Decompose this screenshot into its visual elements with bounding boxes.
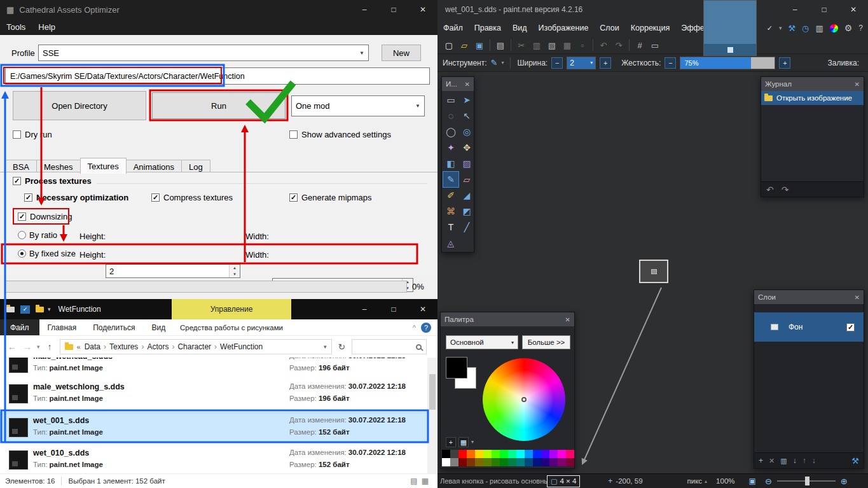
close-icon[interactable]: ✕ [855,294,860,301]
ribbon-collapse-icon[interactable]: ^ [413,324,416,331]
file-row-selected[interactable]: wet_001_s.dds Тип: paint.net Image Дата … [0,412,427,443]
profile-select[interactable]: SSE ▼ [38,45,369,61]
layer-properties-button[interactable]: ⚒ [851,456,859,466]
file-row[interactable]: male_wethead_s.dds Тип: paint.net Image … [0,358,427,379]
compress-textures-checkbox[interactable]: Compress textures [151,193,233,202]
palette-swatch[interactable] [492,458,500,466]
forward-button[interactable]: → [23,342,32,352]
layer-visibility-checkbox[interactable] [846,323,855,331]
primary-color-swatch[interactable] [446,357,467,379]
palette-swatch[interactable] [516,458,525,466]
open-image-thumbnail[interactable] [703,0,757,56]
crop-button[interactable]: ▦ [560,38,575,52]
breadcrumb-bar[interactable]: « DataTexturesActorsCharacterWetFunction… [60,339,332,354]
tool-icon[interactable]: ⌘ [443,204,458,219]
move-layer-down-button[interactable]: ↓ [812,456,816,465]
ribbon-tab-file[interactable]: Файл [0,319,39,335]
menu-item[interactable]: Правка [469,19,507,37]
tool-icon[interactable]: ◧ [443,156,458,171]
cao-tab[interactable]: Textures [80,158,127,174]
dry-run-checkbox[interactable]: Dry run [13,130,52,139]
close-button[interactable]: ✕ [839,0,868,19]
tool-icon[interactable]: ➤ [459,92,474,108]
palette-swatch[interactable] [467,458,475,466]
tool-dropdown-icon[interactable]: ▾ [501,60,504,66]
open-file-button[interactable]: ▱ [457,38,472,52]
palette-swatch[interactable] [541,458,549,466]
menu-help[interactable]: Help [32,22,62,32]
canvas-image[interactable] [639,260,668,283]
layer-row-selected[interactable]: Фон [754,312,864,342]
quick-access-check-icon[interactable]: ✓ [20,305,30,314]
duplicate-layer-button[interactable]: ▥ [780,457,787,465]
tool-icon[interactable]: ✦ [443,140,458,155]
fit-window-icon[interactable]: ▣ [749,477,756,485]
palette-swatch[interactable] [558,458,566,466]
palette-more-button[interactable]: Больше >> [522,335,570,349]
menu-item[interactable]: Коррекция [625,19,675,37]
close-icon[interactable]: ✕ [565,316,570,323]
ribbon-tab-home[interactable]: Главная [39,319,85,335]
help-icon[interactable]: ? [858,24,863,32]
add-layer-button[interactable]: + [759,456,763,465]
undo-button[interactable]: ↶ [596,38,611,52]
zoom-slider-thumb[interactable] [805,477,809,485]
run-button[interactable]: Run [152,92,286,119]
move-layer-up-button[interactable]: ↑ [803,456,806,465]
file-row[interactable]: male_wetschlong_s.dds Тип: paint.net Ima… [0,379,427,410]
ribbon-tab-view[interactable]: Вид [143,319,174,335]
color-wheel[interactable] [483,358,565,441]
ribbon-contextual-tab-manage[interactable]: Управление [172,299,291,319]
palette-swatch[interactable] [566,458,574,466]
path-input[interactable]: E:/Games/Skyrim SE/Data/Textures/Actors/… [5,67,430,85]
palette-swatch[interactable] [458,450,467,458]
close-button[interactable]: ✕ [408,0,437,19]
scrollbar-thumb[interactable] [429,374,436,410]
deselect-button[interactable]: ▫ [575,38,590,52]
palette-swatch[interactable] [525,450,533,458]
tool-icon[interactable]: ↖ [459,108,474,123]
hardness-increase-button[interactable]: + [779,57,790,69]
tool-icon[interactable]: ✐ [443,188,458,203]
tool-icon[interactable]: T [443,220,458,235]
zoom-out-icon[interactable]: ⊖ [765,477,772,486]
color-mode-select[interactable]: Основной ▾ [446,335,518,349]
file-row[interactable]: wet_010_s.dds Тип: paint.net Image Дата … [0,445,427,473]
palette-swatch[interactable] [442,458,450,466]
breadcrumb-item[interactable]: Data [85,342,109,351]
layers-panel-header[interactable]: Слои ✕ [754,290,864,304]
cut-button[interactable]: ✂ [514,38,529,52]
show-advanced-checkbox[interactable]: Show advanced settings [289,130,391,139]
brush-width-select[interactable]: 2 ▾ [567,57,596,69]
history-entry[interactable]: Открыть изображение [761,91,864,105]
breadcrumb-item[interactable]: Textures [109,342,147,351]
palette-swatch[interactable] [525,458,533,466]
copy-button[interactable]: ▥ [529,38,544,52]
palette-swatch[interactable] [500,458,508,466]
palette-panel-header[interactable]: Палитра ✕ [441,312,574,326]
tool-icon[interactable]: ◌ [443,108,458,123]
undo-icon[interactable]: ↶ [766,185,774,195]
help-icon[interactable]: ? [421,323,431,333]
palette-swatch[interactable] [533,458,541,466]
hardness-decrease-button[interactable]: − [665,57,676,69]
palette-swatch[interactable] [450,450,458,458]
palette-swatch[interactable] [549,458,558,466]
menu-item[interactable]: Слои [594,19,624,37]
quick-access-dropdown-icon[interactable]: ▾ [48,306,51,312]
width-decrease-button[interactable]: − [551,57,563,69]
zoom-in-icon[interactable]: ⊕ [841,477,848,486]
menu-tools[interactable]: Tools [0,22,32,32]
minimize-button[interactable]: – [350,0,379,19]
ribbon-tab-share[interactable]: Поделиться [85,319,143,335]
paste-button[interactable]: ▧ [544,38,560,52]
open-directory-button[interactable]: Open Directory [13,91,146,120]
palette-swatch[interactable] [508,450,516,458]
redo-icon[interactable]: ↷ [782,185,789,195]
settings-gear-icon[interactable]: ⚙ [844,23,853,33]
palette-swatch[interactable] [492,450,500,458]
palette-swatch[interactable] [467,450,475,458]
refresh-icon[interactable]: ↻ [338,342,346,352]
up-button[interactable]: ↑ [48,342,52,352]
ratio-height-spinner[interactable]: 2 ▲▼ [106,264,240,278]
